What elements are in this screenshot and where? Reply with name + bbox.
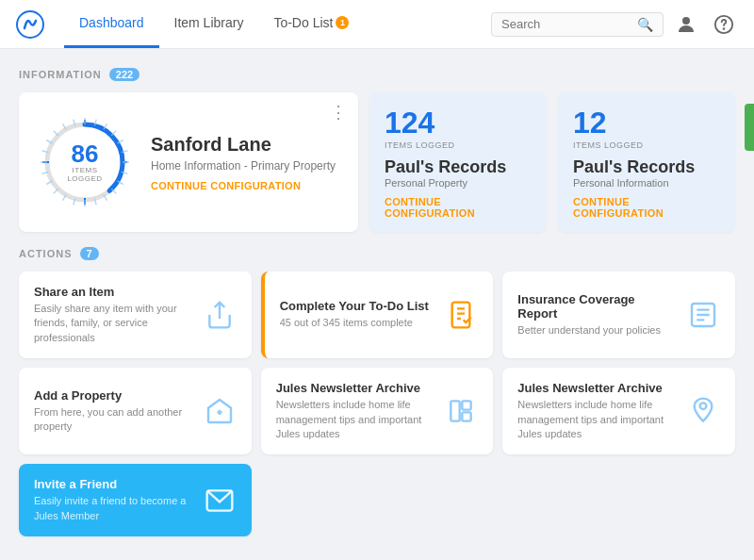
newsletter-card-2[interactable]: Jules Newsletter Archive Newsletters inc… <box>502 368 735 454</box>
svg-rect-45 <box>463 413 471 421</box>
navbar: Dashboard Item Library To-Do List 1 🔍 <box>0 0 754 49</box>
add-property-title: Add a Property <box>34 388 191 403</box>
sub-card-1-count: 124 <box>385 106 532 140</box>
help-button[interactable] <box>709 9 739 40</box>
svg-rect-35 <box>452 303 470 328</box>
more-options-icon[interactable]: ⋮ <box>330 102 347 123</box>
property-name: Sanford Lane <box>151 134 336 156</box>
add-property-card[interactable]: Add a Property From here, you can add an… <box>19 368 252 454</box>
svg-line-13 <box>111 131 116 136</box>
svg-line-18 <box>118 181 123 185</box>
svg-line-27 <box>42 172 49 173</box>
insurance-card[interactable]: Insurance Coverage Report Better underst… <box>502 272 735 358</box>
actions-badge: 7 <box>80 247 99 260</box>
add-property-icon <box>203 394 237 428</box>
user-avatar-button[interactable] <box>671 9 701 40</box>
invite-friend-card[interactable]: Invite a Friend Easily invite a friend t… <box>19 464 252 536</box>
newsletter-2-title: Jules Newsletter Archive <box>517 381 675 395</box>
information-section-header: INFORMATION 222 <box>19 68 735 81</box>
invite-desc: Easily invite a friend to become a Jules… <box>34 494 191 523</box>
information-badge: 222 <box>109 68 139 81</box>
gauge-number: 86 <box>61 141 108 166</box>
main-property-card[interactable]: ⋮ <box>19 92 358 232</box>
search-bar[interactable]: 🔍 <box>491 12 664 37</box>
nav-dashboard[interactable]: Dashboard <box>64 0 159 48</box>
newsletter-1-icon <box>444 394 478 428</box>
items-gauge: 86 ITEMS LOGGED <box>38 115 132 209</box>
nav-item-library[interactable]: Item Library <box>159 0 259 48</box>
svg-point-46 <box>700 404 707 410</box>
svg-line-31 <box>54 131 58 136</box>
svg-line-25 <box>54 189 58 193</box>
sub-card-2-count: 12 <box>573 106 720 140</box>
todo-icon <box>444 298 478 332</box>
svg-line-17 <box>122 172 128 173</box>
search-icon: 🔍 <box>637 17 653 32</box>
invite-title: Invite a Friend <box>34 477 191 491</box>
svg-line-24 <box>63 195 67 201</box>
share-item-card[interactable]: Share an Item Easily share any item with… <box>19 272 252 358</box>
nav-links: Dashboard Item Library To-Do List 1 <box>64 0 364 48</box>
svg-point-1 <box>682 17 690 25</box>
svg-line-26 <box>46 181 52 185</box>
svg-line-11 <box>94 120 96 126</box>
todo-badge: 1 <box>336 16 349 29</box>
svg-line-19 <box>111 189 116 193</box>
sub-card-1-name: Paul's Records <box>385 157 532 177</box>
sub-card-2-continue[interactable]: CONTINUE CONFIGURATION <box>573 196 720 219</box>
share-icon <box>203 298 237 332</box>
newsletter-1-title: Jules Newsletter Archive <box>276 381 434 395</box>
share-item-title: Share an Item <box>34 285 191 299</box>
main-card-text: Sanford Lane Home Information - Primary … <box>151 134 336 191</box>
sub-card-1-desc: Personal Property <box>385 177 532 189</box>
svg-line-30 <box>46 140 52 144</box>
invite-icon <box>203 484 237 518</box>
sub-card-2-name: Paul's Records <box>573 157 720 177</box>
nav-right: 🔍 <box>491 9 739 40</box>
svg-line-29 <box>42 151 49 153</box>
actions-title: ACTIONS <box>19 248 73 259</box>
insurance-desc: Better understand your policies <box>517 323 675 338</box>
svg-point-3 <box>724 28 725 29</box>
svg-line-15 <box>122 151 128 153</box>
continue-configuration-link[interactable]: CONTINUE CONFIGURATION <box>151 180 336 191</box>
information-cards-row: ⋮ <box>19 92 735 232</box>
newsletter-card-1[interactable]: Jules Newsletter Archive Newsletters inc… <box>261 368 494 454</box>
information-title: INFORMATION <box>19 69 102 80</box>
nav-todo[interactable]: To-Do List 1 <box>258 0 364 48</box>
sub-card-1-label: ITEMS LOGGED <box>385 140 532 150</box>
sub-card-2-label: ITEMS LOGGED <box>573 140 720 150</box>
todo-desc: 45 out of 345 items complete <box>280 316 434 330</box>
green-tab <box>745 104 754 151</box>
svg-line-20 <box>104 195 107 201</box>
svg-line-32 <box>63 124 67 129</box>
actions-section-header: ACTIONS 7 <box>19 247 735 260</box>
newsletter-2-icon <box>686 394 720 428</box>
svg-line-21 <box>94 199 96 206</box>
svg-rect-44 <box>463 402 471 410</box>
sub-card-1-continue[interactable]: CONTINUE CONFIGURATION <box>385 196 532 219</box>
svg-rect-43 <box>451 402 460 421</box>
svg-line-23 <box>74 199 75 206</box>
newsletter-1-desc: Newsletters include home life management… <box>276 398 434 441</box>
sub-card-1[interactable]: 124 ITEMS LOGGED Paul's Records Personal… <box>369 92 547 232</box>
share-item-desc: Easily share any item with your friends,… <box>34 302 191 345</box>
svg-line-12 <box>104 124 107 129</box>
todo-card[interactable]: Complete Your To-Do List 45 out of 345 i… <box>261 272 494 358</box>
svg-line-33 <box>74 120 75 126</box>
todo-title: Complete Your To-Do List <box>280 299 434 313</box>
insurance-icon <box>686 298 720 332</box>
app-logo[interactable] <box>15 9 45 40</box>
property-desc: Home Information - Primary Property <box>151 159 336 173</box>
main-content: INFORMATION 222 ⋮ <box>0 49 754 552</box>
sub-card-2[interactable]: 12 ITEMS LOGGED Paul's Records Personal … <box>558 92 735 232</box>
search-input[interactable] <box>501 17 633 31</box>
sub-card-2-desc: Personal Information <box>573 177 720 189</box>
svg-line-14 <box>118 140 123 144</box>
newsletter-2-desc: Newsletters include home life management… <box>517 398 675 441</box>
gauge-label: ITEMS LOGGED <box>61 166 108 183</box>
insurance-title: Insurance Coverage Report <box>517 292 675 321</box>
actions-grid: Share an Item Easily share any item with… <box>19 272 735 536</box>
add-property-desc: From here, you can add another property <box>34 405 191 435</box>
